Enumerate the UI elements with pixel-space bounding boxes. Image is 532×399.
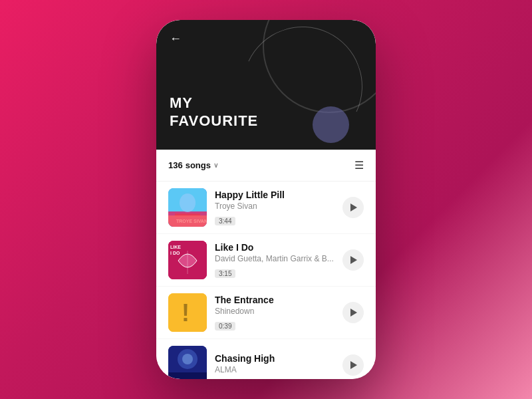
list-item: Chasing High ALMA xyxy=(156,339,376,379)
svg-rect-16 xyxy=(168,372,207,379)
song-artist: ALMA xyxy=(215,365,334,374)
play-button-4[interactable] xyxy=(342,354,364,376)
song-info-3: The Entrance Shinedown 0:39 xyxy=(215,295,334,331)
play-button-3[interactable] xyxy=(342,302,364,323)
song-artist: Shinedown xyxy=(215,307,334,316)
song-artist: Troye Sivan xyxy=(215,201,334,211)
album-art-4 xyxy=(168,346,207,379)
chevron-down-icon: ∨ xyxy=(213,162,218,169)
song-info-1: Happy Little Pill Troye Sivan 3:44 xyxy=(215,190,334,226)
songs-count-label[interactable]: 136 songs ∨ xyxy=(168,160,218,170)
list-item: ! The Entrance Shinedown 0:39 xyxy=(156,287,376,339)
content-area: 136 songs ∨ ☰ TROYE SIVAN Happy Little P… xyxy=(156,150,376,379)
svg-text:LIKE: LIKE xyxy=(170,245,181,249)
filter-icon[interactable]: ☰ xyxy=(354,159,364,172)
album-art-3: ! xyxy=(168,293,207,332)
song-title: The Entrance xyxy=(215,295,334,305)
list-item: LIKE I DO Like I Do David Guetta, Martin… xyxy=(156,234,376,287)
songs-header-bar: 136 songs ∨ ☰ xyxy=(156,150,376,182)
svg-text:I DO: I DO xyxy=(170,251,180,255)
album-art-2: LIKE I DO xyxy=(168,241,207,279)
play-icon xyxy=(350,203,357,211)
svg-point-15 xyxy=(182,354,193,364)
play-icon xyxy=(350,309,357,317)
play-button-1[interactable] xyxy=(342,197,364,218)
song-artist: David Guetta, Martin Garrix & B... xyxy=(215,254,334,263)
svg-point-2 xyxy=(180,194,196,212)
count-number: 136 xyxy=(168,160,183,170)
song-info-4: Chasing High ALMA xyxy=(215,353,334,378)
song-duration: 3:44 xyxy=(215,217,235,225)
phone-frame: ← MY FAVOURITE 136 songs ∨ ☰ TROYE xyxy=(156,20,376,379)
play-icon xyxy=(350,256,357,264)
play-icon xyxy=(350,361,357,369)
page-title: MY FAVOURITE xyxy=(170,94,258,130)
song-duration: 0:39 xyxy=(215,322,235,331)
back-button[interactable]: ← xyxy=(170,32,182,46)
header-decor-circle-small xyxy=(313,106,349,143)
song-title: Chasing High xyxy=(215,353,334,364)
song-title: Like I Do xyxy=(215,242,334,253)
header-section: ← MY FAVOURITE xyxy=(156,20,376,150)
svg-text:TROYE SIVAN: TROYE SIVAN xyxy=(176,219,207,223)
play-button-2[interactable] xyxy=(342,249,364,271)
list-item: TROYE SIVAN Happy Little Pill Troye Siva… xyxy=(156,182,376,234)
svg-rect-3 xyxy=(175,213,200,217)
song-info-2: Like I Do David Guetta, Martin Garrix & … xyxy=(215,242,334,279)
album-art-1: TROYE SIVAN xyxy=(168,188,207,227)
song-duration: 3:15 xyxy=(215,269,235,278)
count-unit: songs xyxy=(186,160,211,170)
song-title: Happy Little Pill xyxy=(215,190,334,200)
svg-text:!: ! xyxy=(182,299,190,327)
